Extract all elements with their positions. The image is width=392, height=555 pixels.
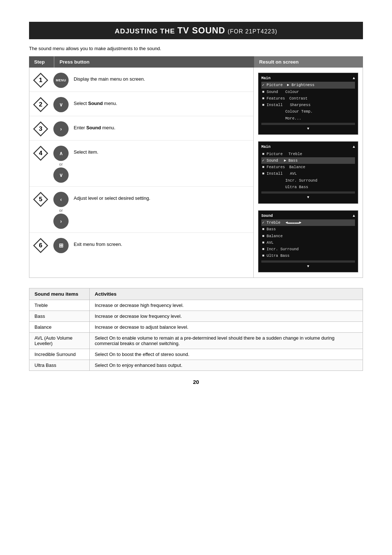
step-4: 4 ∧ or ∨ Select item. [29, 141, 253, 187]
table-cell-item: Bass [29, 311, 90, 322]
osd-button[interactable]: ⊞ [53, 238, 69, 253]
or-label-1: or [59, 162, 63, 166]
step-1: 1 MENU Display the main menu on screen. [29, 68, 253, 92]
step-3-desc: Enter Sound menu. [74, 121, 115, 131]
step-5-number: 5 [33, 192, 48, 207]
step-6-number: 6 [33, 238, 48, 253]
menu-button[interactable]: MENU [53, 73, 69, 88]
table-header-activity: Activities [89, 288, 363, 300]
screen-2: Main▲ ■ PictureTreble ✓ Sound► Bass ■ Fe… [258, 141, 358, 203]
table-row: AVL (Auto Volume Leveller)Select On to e… [29, 333, 363, 349]
page-title: Adjusting the TV SOUND (for 21PT4223) [29, 22, 363, 39]
step-5-desc: Adjust level or select desired setting. [74, 192, 150, 202]
header-result: Result on screen [254, 56, 363, 68]
table-cell-activity: Select On to boost the effect of stereo … [89, 349, 363, 360]
page-number: 20 [29, 379, 363, 385]
table-cell-activity: Increase or decrease high frequency leve… [89, 300, 363, 311]
table-cell-activity: Select On to enjoy enhanced bass output. [89, 360, 363, 371]
step-4-buttons: ∧ or ∨ [53, 146, 69, 183]
table-row: TrebleIncrease or decrease high frequenc… [29, 300, 363, 311]
step-5-buttons: ‹ or › [53, 192, 69, 229]
table-cell-item: Incredible Surround [29, 349, 90, 360]
table-header-item: Sound menu items [29, 288, 90, 300]
table-cell-item: Balance [29, 322, 90, 333]
table-cell-item: AVL (Auto Volume Leveller) [29, 333, 90, 349]
steps-left: 1 MENU Display the main menu on screen. … [29, 68, 254, 278]
steps-header: Step Press button Result on screen [29, 56, 363, 68]
intro-text: The sound menu allows you to make adjust… [29, 46, 363, 51]
table-cell-activity: Increase or decrease low frequency level… [89, 311, 363, 322]
right-button[interactable]: › [53, 121, 69, 137]
or-label-2: or [59, 208, 63, 212]
table-cell-activity: Increase or decrease to adjust balance l… [89, 322, 363, 333]
step-2-number: 2 [33, 97, 48, 112]
step-1-number: 1 [33, 73, 48, 88]
step-5: 5 ‹ or › Adjust level or select desired … [29, 187, 253, 233]
table-row: BassIncrease or decrease low frequency l… [29, 311, 363, 322]
header-press: Press button [54, 56, 254, 68]
step-4-desc: Select item. [74, 146, 98, 156]
steps-body: 1 MENU Display the main menu on screen. … [29, 68, 363, 278]
screen-3: Sound▲ ✓ Treble◄▬▬▬▬▬► ■ Bass ■ Balance … [258, 210, 358, 272]
left-button[interactable]: ‹ [53, 192, 69, 207]
step-4-number: 4 [33, 146, 48, 161]
step-2: 2 ∨ Select Sound menu. [29, 92, 253, 116]
step-6-desc: Exit menu from screen. [74, 238, 122, 248]
down-button[interactable]: ∨ [53, 97, 69, 112]
step-3: 3 › Enter Sound menu. [29, 116, 253, 141]
table-row: Incredible SurroundSelect On to boost th… [29, 349, 363, 360]
table-cell-item: Treble [29, 300, 90, 311]
down-button-2[interactable]: ∨ [53, 167, 69, 183]
up-button[interactable]: ∧ [53, 146, 69, 161]
step-1-desc: Display the main menu on screen. [74, 73, 145, 83]
right-button-2[interactable]: › [53, 214, 69, 229]
step-3-number: 3 [33, 121, 48, 137]
steps-right: Main▲ ✓ Picture► Brightness ■ SoundColou… [254, 68, 363, 278]
table-cell-activity: Select On to enable volume to remain at … [89, 333, 363, 349]
step-6: 6 ⊞ Exit menu from screen. [29, 233, 253, 257]
sound-table: Sound menu items Activities TrebleIncrea… [29, 288, 363, 371]
table-row: Ultra BassSelect On to enjoy enhanced ba… [29, 360, 363, 371]
step-2-desc: Select Sound menu. [74, 97, 117, 107]
table-row: BalanceIncrease or decrease to adjust ba… [29, 322, 363, 333]
header-step: Step [29, 56, 54, 68]
table-cell-item: Ultra Bass [29, 360, 90, 371]
screen-1: Main▲ ✓ Picture► Brightness ■ SoundColou… [258, 73, 358, 135]
